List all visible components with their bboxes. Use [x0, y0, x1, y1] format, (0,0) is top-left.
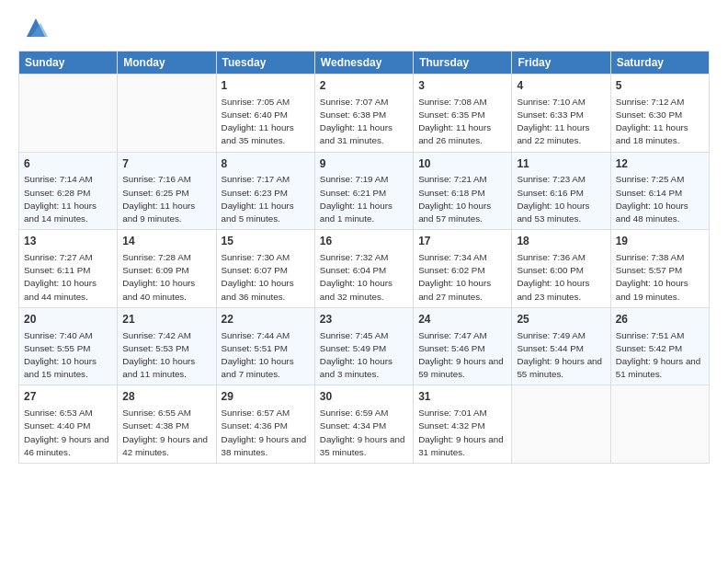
calendar-cell: 10Sunrise: 7:21 AM Sunset: 6:18 PM Dayli…: [414, 152, 512, 230]
calendar-cell: 26Sunrise: 7:51 AM Sunset: 5:42 PM Dayli…: [610, 307, 709, 385]
day-number: 3: [418, 78, 506, 94]
calendar-header-wednesday: Wednesday: [314, 52, 413, 75]
day-number: 6: [24, 156, 112, 172]
day-info: Sunrise: 7:14 AM Sunset: 6:28 PM Dayligh…: [24, 173, 112, 225]
calendar-table: SundayMondayTuesdayWednesdayThursdayFrid…: [18, 51, 710, 464]
day-number: 7: [122, 156, 210, 172]
day-number: 25: [517, 312, 605, 327]
day-info: Sunrise: 6:53 AM Sunset: 4:40 PM Dayligh…: [24, 407, 112, 459]
calendar-header-tuesday: Tuesday: [216, 52, 314, 75]
calendar-header-thursday: Thursday: [414, 52, 512, 75]
day-info: Sunrise: 7:30 AM Sunset: 6:07 PM Dayligh…: [222, 251, 310, 304]
day-number: 28: [122, 389, 210, 405]
day-info: Sunrise: 7:12 AM Sunset: 6:30 PM Dayligh…: [616, 96, 704, 148]
day-info: Sunrise: 7:16 AM Sunset: 6:25 PM Dayligh…: [122, 173, 210, 225]
calendar-header-saturday: Saturday: [610, 52, 709, 75]
day-number: 9: [320, 156, 408, 172]
day-number: 10: [418, 156, 506, 172]
day-number: 4: [517, 78, 605, 94]
day-number: 15: [222, 234, 310, 249]
calendar-cell: 28Sunrise: 6:55 AM Sunset: 4:38 PM Dayli…: [118, 385, 216, 464]
day-info: Sunrise: 7:28 AM Sunset: 6:09 PM Dayligh…: [122, 251, 210, 304]
day-number: 20: [24, 312, 112, 327]
calendar-row-3: 13Sunrise: 7:27 AM Sunset: 6:11 PM Dayli…: [19, 230, 710, 308]
calendar-cell: 29Sunrise: 6:57 AM Sunset: 4:36 PM Dayli…: [216, 385, 314, 464]
day-info: Sunrise: 7:34 AM Sunset: 6:02 PM Dayligh…: [418, 251, 506, 304]
calendar-cell: 2Sunrise: 7:07 AM Sunset: 6:38 PM Daylig…: [314, 75, 413, 153]
day-number: 2: [320, 78, 408, 94]
day-info: Sunrise: 6:55 AM Sunset: 4:38 PM Dayligh…: [122, 407, 210, 459]
day-info: Sunrise: 7:17 AM Sunset: 6:23 PM Dayligh…: [222, 173, 310, 225]
day-info: Sunrise: 7:49 AM Sunset: 5:44 PM Dayligh…: [517, 329, 605, 382]
day-number: 11: [517, 156, 605, 172]
calendar-cell: 8Sunrise: 7:17 AM Sunset: 6:23 PM Daylig…: [216, 152, 314, 230]
logo: [18, 14, 50, 41]
calendar-cell: [19, 75, 118, 153]
calendar-row-4: 20Sunrise: 7:40 AM Sunset: 5:55 PM Dayli…: [19, 307, 710, 385]
day-info: Sunrise: 7:38 AM Sunset: 5:57 PM Dayligh…: [616, 251, 704, 304]
day-number: 17: [418, 234, 506, 249]
day-info: Sunrise: 7:23 AM Sunset: 6:16 PM Dayligh…: [517, 173, 605, 225]
day-info: Sunrise: 7:25 AM Sunset: 6:14 PM Dayligh…: [616, 173, 704, 225]
calendar-cell: [512, 385, 610, 464]
day-number: 27: [24, 389, 112, 405]
calendar-cell: 7Sunrise: 7:16 AM Sunset: 6:25 PM Daylig…: [118, 152, 216, 230]
calendar-cell: 17Sunrise: 7:34 AM Sunset: 6:02 PM Dayli…: [414, 230, 512, 308]
day-info: Sunrise: 7:44 AM Sunset: 5:51 PM Dayligh…: [222, 329, 310, 382]
day-info: Sunrise: 6:59 AM Sunset: 4:34 PM Dayligh…: [320, 407, 408, 459]
day-info: Sunrise: 7:36 AM Sunset: 6:00 PM Dayligh…: [517, 251, 605, 304]
logo-icon: [22, 14, 50, 41]
calendar-cell: 4Sunrise: 7:10 AM Sunset: 6:33 PM Daylig…: [512, 75, 610, 153]
day-number: 18: [517, 234, 605, 249]
day-number: 1: [222, 78, 310, 94]
day-info: Sunrise: 6:57 AM Sunset: 4:36 PM Dayligh…: [222, 407, 310, 459]
calendar-cell: 19Sunrise: 7:38 AM Sunset: 5:57 PM Dayli…: [610, 230, 709, 308]
calendar-cell: 11Sunrise: 7:23 AM Sunset: 6:16 PM Dayli…: [512, 152, 610, 230]
day-number: 24: [418, 312, 506, 327]
calendar-cell: 3Sunrise: 7:08 AM Sunset: 6:35 PM Daylig…: [414, 75, 512, 153]
day-info: Sunrise: 7:40 AM Sunset: 5:55 PM Dayligh…: [24, 329, 112, 382]
day-number: 8: [222, 156, 310, 172]
calendar-cell: 1Sunrise: 7:05 AM Sunset: 6:40 PM Daylig…: [216, 75, 314, 153]
day-info: Sunrise: 7:08 AM Sunset: 6:35 PM Dayligh…: [418, 96, 506, 148]
calendar-cell: 30Sunrise: 6:59 AM Sunset: 4:34 PM Dayli…: [314, 385, 413, 464]
calendar-cell: [118, 75, 216, 153]
day-number: 5: [616, 78, 704, 94]
day-info: Sunrise: 7:27 AM Sunset: 6:11 PM Dayligh…: [24, 251, 112, 304]
calendar-cell: 27Sunrise: 6:53 AM Sunset: 4:40 PM Dayli…: [19, 385, 118, 464]
day-number: 29: [222, 389, 310, 405]
day-number: 19: [616, 234, 704, 249]
calendar-cell: 13Sunrise: 7:27 AM Sunset: 6:11 PM Dayli…: [19, 230, 118, 308]
calendar-cell: 24Sunrise: 7:47 AM Sunset: 5:46 PM Dayli…: [414, 307, 512, 385]
calendar-header-monday: Monday: [118, 52, 216, 75]
day-number: 13: [24, 234, 112, 249]
day-number: 23: [320, 312, 408, 327]
day-info: Sunrise: 7:07 AM Sunset: 6:38 PM Dayligh…: [320, 96, 408, 148]
day-number: 30: [320, 389, 408, 405]
calendar-row-2: 6Sunrise: 7:14 AM Sunset: 6:28 PM Daylig…: [19, 152, 710, 230]
calendar-cell: 6Sunrise: 7:14 AM Sunset: 6:28 PM Daylig…: [19, 152, 118, 230]
calendar-row-5: 27Sunrise: 6:53 AM Sunset: 4:40 PM Dayli…: [19, 385, 710, 464]
day-info: Sunrise: 7:32 AM Sunset: 6:04 PM Dayligh…: [320, 251, 408, 304]
calendar-cell: 22Sunrise: 7:44 AM Sunset: 5:51 PM Dayli…: [216, 307, 314, 385]
calendar-row-1: 1Sunrise: 7:05 AM Sunset: 6:40 PM Daylig…: [19, 75, 710, 153]
day-info: Sunrise: 7:05 AM Sunset: 6:40 PM Dayligh…: [222, 96, 310, 148]
day-info: Sunrise: 7:21 AM Sunset: 6:18 PM Dayligh…: [418, 173, 506, 225]
calendar-cell: 20Sunrise: 7:40 AM Sunset: 5:55 PM Dayli…: [19, 307, 118, 385]
calendar-cell: 9Sunrise: 7:19 AM Sunset: 6:21 PM Daylig…: [314, 152, 413, 230]
day-number: 26: [616, 312, 704, 327]
calendar-cell: 15Sunrise: 7:30 AM Sunset: 6:07 PM Dayli…: [216, 230, 314, 308]
day-info: Sunrise: 7:47 AM Sunset: 5:46 PM Dayligh…: [418, 329, 506, 382]
calendar-cell: 21Sunrise: 7:42 AM Sunset: 5:53 PM Dayli…: [118, 307, 216, 385]
day-number: 16: [320, 234, 408, 249]
header: [18, 14, 710, 41]
day-number: 31: [418, 389, 506, 405]
calendar-header-friday: Friday: [512, 52, 610, 75]
calendar-cell: 12Sunrise: 7:25 AM Sunset: 6:14 PM Dayli…: [610, 152, 709, 230]
day-number: 22: [222, 312, 310, 327]
day-info: Sunrise: 7:45 AM Sunset: 5:49 PM Dayligh…: [320, 329, 408, 382]
day-info: Sunrise: 7:42 AM Sunset: 5:53 PM Dayligh…: [122, 329, 210, 382]
day-info: Sunrise: 7:51 AM Sunset: 5:42 PM Dayligh…: [616, 329, 704, 382]
calendar-header-sunday: Sunday: [19, 52, 118, 75]
day-info: Sunrise: 7:10 AM Sunset: 6:33 PM Dayligh…: [517, 96, 605, 148]
